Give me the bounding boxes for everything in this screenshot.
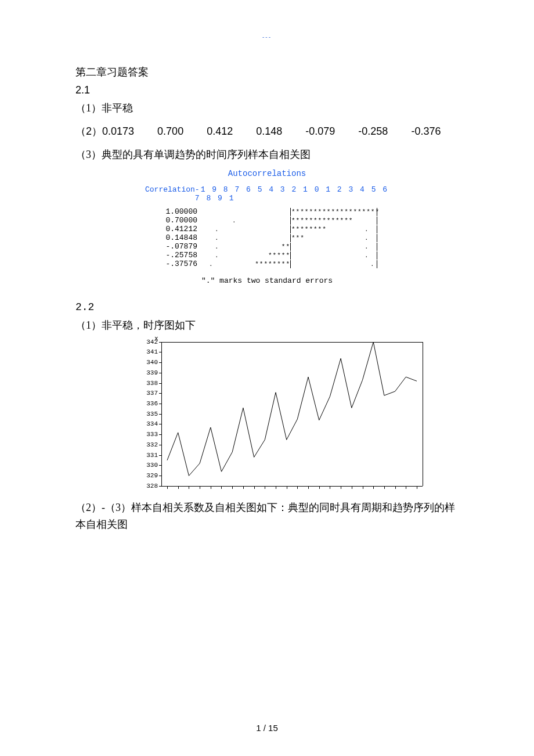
- acf-row: -.25758*****..: [145, 251, 389, 260]
- autocorr-header-left: Correlation: [145, 185, 195, 203]
- acf-row: 1.00000********************: [145, 207, 389, 216]
- q2-1-label: 2.1: [75, 82, 459, 99]
- acf-right-border: [377, 251, 377, 260]
- ts-ytick-label: 328: [138, 483, 158, 489]
- acf-bar-neg: ********: [255, 260, 290, 268]
- q2-1-v2: 0.412: [207, 125, 233, 137]
- autocorr-rows: 1.00000********************0.70000******…: [145, 207, 389, 268]
- acf-right-border: [377, 260, 377, 268]
- acf-row: -.37576********..: [145, 260, 389, 268]
- q2-1-part2-prefix: （2）: [75, 125, 102, 137]
- ts-ytick-label: 334: [138, 421, 158, 427]
- acf-value: 0.41212: [145, 225, 203, 233]
- q2-1-v1: 0.700: [157, 125, 183, 137]
- acf-row: 0.41212********..: [145, 225, 389, 233]
- acf-bar-neg: *****: [268, 251, 290, 260]
- ts-line: [161, 342, 423, 486]
- autocorr-header: Correlation -1 9 8 7 6 5 4 3 2 1 0 1 2 3…: [145, 185, 389, 203]
- autocorr-title: Autocorrelations: [145, 169, 389, 178]
- ts-xtick-mark: [373, 486, 374, 489]
- ts-ytick-label: 329: [138, 473, 158, 478]
- ts-xtick-mark: [243, 486, 244, 489]
- ts-xtick-mark: [178, 486, 179, 489]
- acf-value: 0.70000: [145, 216, 203, 225]
- ts-xtick-mark: [308, 486, 309, 489]
- autocorrelation-chart: Autocorrelations Correlation -1 9 8 7 6 …: [145, 169, 389, 285]
- q2-1-v5: -0.258: [358, 125, 388, 137]
- ts-xtick-mark: [352, 486, 352, 489]
- ts-xtick-mark: [232, 486, 233, 489]
- acf-value: -.37576: [145, 260, 203, 268]
- autocorr-header-right: -1 9 8 7 6 5 4 3 2 1 0 1 2 3 4 5 6 7 8 9…: [195, 185, 389, 203]
- ts-ytick-label: 339: [138, 370, 158, 376]
- acf-bar: **************: [291, 217, 353, 225]
- acf-bar: ********: [291, 225, 327, 233]
- ts-xtick-mark: [211, 486, 211, 489]
- ts-xtick-mark: [417, 486, 417, 489]
- acf-right-border: [377, 217, 377, 225]
- ts-xtick-mark: [167, 486, 168, 489]
- acf-row: 0.70000**************.: [145, 216, 389, 225]
- ts-ytick-label: 331: [138, 452, 158, 458]
- acf-centerline: [290, 208, 291, 216]
- acf-plot: ********..: [203, 260, 377, 268]
- ts-ytick-label: 341: [138, 349, 158, 355]
- acf-se-dot-right: .: [365, 243, 369, 251]
- q2-1-part1: （1）非平稳: [75, 100, 459, 117]
- ts-xtick-mark: [200, 486, 200, 489]
- time-series-chart: x 32832933033133233333433533633733833934…: [138, 336, 423, 496]
- ts-ytick-label: 342: [138, 339, 158, 345]
- acf-right-border: [377, 243, 377, 251]
- acf-centerline: [290, 251, 291, 260]
- acf-plot: ***..: [203, 234, 377, 242]
- acf-se-dot-left: .: [215, 234, 219, 242]
- acf-bar-neg: **: [282, 243, 290, 251]
- ts-xtick-mark: [254, 486, 255, 489]
- acf-se-dot-right: .: [365, 234, 369, 242]
- acf-se-dot-left: .: [209, 260, 213, 268]
- ts-ytick-label: 336: [138, 401, 158, 406]
- header-marker: ---: [262, 34, 272, 40]
- ts-ytick-label: 330: [138, 462, 158, 468]
- acf-plot: ********..: [203, 225, 377, 233]
- acf-plot: **************.: [203, 217, 377, 225]
- ts-ytick-label: 340: [138, 359, 158, 365]
- acf-bar: ***: [291, 234, 305, 242]
- ts-xtick-mark: [319, 486, 320, 489]
- acf-row: 0.14848***..: [145, 233, 389, 242]
- q2-2-label: 2.2: [75, 299, 459, 316]
- acf-plot: **..: [203, 243, 377, 251]
- ts-ytick-label: 332: [138, 442, 158, 448]
- q2-2-part2-3: （2）-（3）样本自相关系数及自相关图如下：典型的同时具有周期和趋势序列的样本自…: [75, 499, 459, 533]
- ts-ytick-label: 337: [138, 390, 158, 396]
- acf-se-dot-right: .: [365, 251, 369, 260]
- acf-se-dot-left: .: [215, 243, 219, 251]
- chapter-title: 第二章习题答案: [75, 64, 459, 81]
- ts-xtick-mark: [189, 486, 189, 489]
- ts-xtick-mark: [265, 486, 265, 489]
- document-page: --- 第二章习题答案 2.1 （1）非平稳 （2）0.0173 0.700 0…: [0, 0, 534, 756]
- acf-centerline: [290, 260, 291, 268]
- acf-value: -.07879: [145, 242, 203, 251]
- ts-xtick-mark: [276, 486, 276, 489]
- q2-1-v0: 0.0173: [102, 125, 134, 137]
- page-sep: /: [261, 723, 269, 733]
- acf-se-dot-right: .: [365, 225, 369, 233]
- acf-se-dot-left: .: [232, 217, 236, 225]
- q2-1-v6: -0.376: [411, 125, 441, 137]
- ts-xtick-mark: [384, 486, 385, 489]
- ts-xtick-mark: [395, 486, 396, 489]
- q2-1-part2-row: （2）0.0173 0.700 0.412 0.148 -0.079 -0.25…: [75, 124, 459, 138]
- ts-ytick-label: 338: [138, 380, 158, 386]
- acf-value: 0.14848: [145, 233, 203, 242]
- q2-1-v4: -0.079: [305, 125, 335, 137]
- page-total: 15: [268, 723, 278, 733]
- ts-xtick-mark: [221, 486, 222, 489]
- ts-xtick-mark: [287, 486, 287, 489]
- acf-centerline: [290, 225, 291, 233]
- acf-se-dot-left: .: [215, 225, 219, 233]
- autocorr-footnote: "." marks two standard errors: [145, 276, 389, 285]
- q2-2-part1: （1）非平稳，时序图如下: [75, 317, 459, 334]
- acf-bar: ********************: [291, 208, 380, 216]
- ts-right-border: [423, 342, 423, 486]
